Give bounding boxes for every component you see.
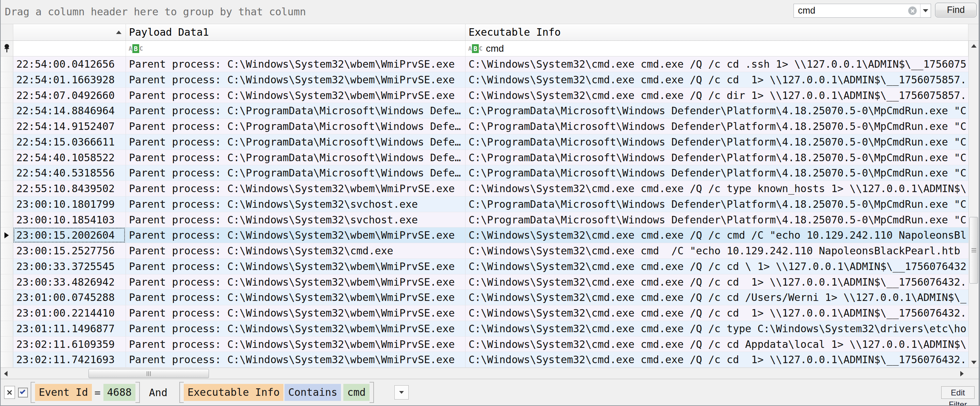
edit-filter-button[interactable]: Edit Filter bbox=[941, 386, 975, 399]
cell-timestamp[interactable]: 23:00:15.2527756 bbox=[13, 243, 126, 259]
cell-timestamp[interactable]: 22:54:07.0492660 bbox=[13, 88, 126, 103]
cell-payload-data1[interactable]: Parent process: C:\Windows\System32\wbem… bbox=[126, 290, 466, 305]
horizontal-scrollbar[interactable] bbox=[1, 368, 969, 379]
cell-timestamp[interactable]: 22:54:14.8846964 bbox=[13, 103, 126, 119]
filter-enabled-checkbox[interactable] bbox=[18, 388, 28, 398]
table-row[interactable]: 23:01:00.0745288Parent process: C:\Windo… bbox=[1, 290, 969, 305]
cell-timestamp[interactable]: 23:00:10.1854103 bbox=[13, 212, 126, 228]
table-row[interactable]: 22:54:40.1058522Parent process: C:\Progr… bbox=[1, 150, 969, 166]
cell-timestamp[interactable]: 23:02:11.7421693 bbox=[13, 352, 126, 368]
table-row[interactable]: 22:54:15.0366611Parent process: C:\Progr… bbox=[1, 134, 969, 150]
cell-timestamp[interactable]: 22:54:01.1663928 bbox=[13, 72, 126, 88]
cell-timestamp[interactable]: 23:01:00.0745288 bbox=[13, 290, 126, 305]
cell-timestamp[interactable]: 23:01:11.1496877 bbox=[13, 321, 126, 337]
filter-cell-d[interactable] bbox=[13, 41, 126, 56]
cell-executable-info[interactable]: C:\Windows\System32\cmd.exe cmd.exe /Q /… bbox=[466, 72, 969, 88]
cell-executable-info[interactable]: C:\Windows\System32\cmd.exe cmd.exe /Q /… bbox=[466, 274, 969, 290]
cell-timestamp[interactable]: 22:54:00.0412656 bbox=[13, 56, 126, 72]
cell-payload-data1[interactable]: Parent process: C:\Windows\System32\svch… bbox=[126, 212, 466, 228]
cell-executable-info[interactable]: C:\Windows\System32\cmd.exe cmd.exe /Q /… bbox=[466, 321, 969, 337]
cell-payload-data1[interactable]: Parent process: C:\Windows\System32\wbem… bbox=[126, 181, 466, 197]
cell-payload-data1[interactable]: Parent process: C:\Windows\System32\wbem… bbox=[126, 88, 466, 103]
cell-timestamp[interactable]: 23:00:10.1801799 bbox=[13, 197, 126, 212]
table-row[interactable]: 23:02:11.7421693Parent process: C:\Windo… bbox=[1, 352, 969, 368]
cell-executable-info[interactable]: C:\ProgramData\Microsoft\Windows Defende… bbox=[466, 150, 969, 166]
cell-payload-data1[interactable]: Parent process: C:\Windows\System32\wbem… bbox=[126, 56, 466, 72]
cell-executable-info[interactable]: C:\Windows\System32\cmd.exe cmd.exe /Q /… bbox=[466, 352, 969, 368]
column-header-d[interactable]: d bbox=[13, 24, 126, 41]
cell-executable-info[interactable]: C:\Windows\System32\cmd.exe cmd.exe /Q /… bbox=[466, 305, 969, 321]
cell-executable-info[interactable]: C:\Windows\System32\cmd.exe cmd /C "echo… bbox=[466, 243, 969, 259]
cell-executable-info[interactable]: C:\Windows\System32\cmd.exe cmd.exe /Q /… bbox=[466, 88, 969, 103]
search-value[interactable]: cmd bbox=[794, 5, 908, 16]
cell-payload-data1[interactable]: Parent process: C:\Windows\System32\svch… bbox=[126, 197, 466, 212]
search-input[interactable]: cmd bbox=[794, 4, 931, 18]
table-row[interactable]: 23:01:00.2214410Parent process: C:\Windo… bbox=[1, 305, 969, 321]
cell-payload-data1[interactable]: Parent process: C:\ProgramData\Microsoft… bbox=[126, 165, 466, 181]
table-row[interactable]: 22:54:01.1663928Parent process: C:\Windo… bbox=[1, 72, 969, 88]
filter-value-executable-info[interactable]: cmd bbox=[486, 43, 504, 54]
cell-executable-info[interactable]: C:\ProgramData\Microsoft\Windows Defende… bbox=[466, 103, 969, 119]
scroll-down-icon[interactable] bbox=[971, 361, 977, 364]
table-row[interactable]: 22:54:14.9152407Parent process: C:\Progr… bbox=[1, 119, 969, 134]
cell-timestamp[interactable]: 23:01:00.2214410 bbox=[13, 305, 126, 321]
cell-payload-data1[interactable]: Parent process: C:\ProgramData\Microsoft… bbox=[126, 119, 466, 134]
column-header-payload-data1[interactable]: Payload Data1 bbox=[126, 24, 466, 41]
horizontal-scrollbar-thumb[interactable] bbox=[89, 369, 209, 378]
table-row[interactable]: 22:55:10.8439502Parent process: C:\Windo… bbox=[1, 181, 969, 197]
cell-timestamp[interactable]: 22:54:15.0366611 bbox=[13, 134, 126, 150]
table-row[interactable]: 23:00:10.1854103Parent process: C:\Windo… bbox=[1, 212, 969, 228]
cell-payload-data1[interactable]: Parent process: C:\Windows\System32\wbem… bbox=[126, 72, 466, 88]
cell-timestamp[interactable]: 22:54:14.9152407 bbox=[13, 119, 126, 134]
cell-payload-data1[interactable]: Parent process: C:\Windows\System32\wbem… bbox=[126, 274, 466, 290]
cell-payload-data1[interactable]: Parent process: C:\Windows\System32\wbem… bbox=[126, 337, 466, 352]
scroll-left-icon[interactable] bbox=[4, 371, 8, 376]
cell-timestamp[interactable]: 23:00:33.3725545 bbox=[13, 259, 126, 274]
table-row[interactable]: 22:54:00.0412656Parent process: C:\Windo… bbox=[1, 56, 969, 72]
cell-executable-info[interactable]: C:\ProgramData\Microsoft\Windows Defende… bbox=[466, 197, 969, 212]
table-row[interactable]: 23:00:15.2527756Parent process: C:\Windo… bbox=[1, 243, 969, 259]
filter-column-chip[interactable]: Event Id bbox=[35, 384, 92, 401]
column-header-executable-info[interactable]: Executable Info bbox=[466, 24, 969, 41]
search-dropdown-button[interactable] bbox=[920, 4, 931, 17]
clear-search-icon[interactable] bbox=[908, 6, 917, 15]
table-row[interactable]: 23:00:33.4826942Parent process: C:\Windo… bbox=[1, 274, 969, 290]
filter-conjunction[interactable]: And bbox=[149, 387, 167, 398]
cell-timestamp[interactable]: 23:02:11.6109359 bbox=[13, 337, 126, 352]
table-row[interactable]: 22:54:14.8846964Parent process: C:\Progr… bbox=[1, 103, 969, 119]
cell-executable-info[interactable]: C:\ProgramData\Microsoft\Windows Defende… bbox=[466, 165, 969, 181]
remove-filter-button[interactable] bbox=[4, 386, 15, 399]
cell-payload-data1[interactable]: Parent process: C:\Windows\System32\wbem… bbox=[126, 259, 466, 274]
cell-payload-data1[interactable]: Parent process: C:\Windows\System32\wbem… bbox=[126, 352, 466, 368]
cell-timestamp[interactable]: 22:54:40.1058522 bbox=[13, 150, 126, 166]
cell-executable-info[interactable]: C:\ProgramData\Microsoft\Windows Defende… bbox=[466, 134, 969, 150]
cell-executable-info[interactable]: C:\Windows\System32\cmd.exe cmd.exe /Q /… bbox=[466, 56, 969, 72]
filter-cell-executable-info[interactable]: ABC cmd bbox=[466, 41, 969, 56]
find-button[interactable]: Find bbox=[935, 3, 977, 17]
table-row[interactable]: 23:00:33.3725545Parent process: C:\Windo… bbox=[1, 259, 969, 274]
scroll-up-icon[interactable] bbox=[971, 44, 977, 48]
cell-timestamp[interactable]: 23:00:33.4826942 bbox=[13, 274, 126, 290]
cell-executable-info[interactable]: C:\Windows\System32\cmd.exe cmd.exe /Q /… bbox=[466, 259, 969, 274]
cell-executable-info[interactable]: C:\Windows\System32\cmd.exe cmd.exe /Q /… bbox=[466, 290, 969, 305]
cell-executable-info[interactable]: C:\Windows\System32\cmd.exe cmd.exe /Q /… bbox=[466, 337, 969, 352]
filter-value-chip[interactable]: cmd bbox=[343, 384, 369, 401]
cell-executable-info[interactable]: C:\Windows\System32\cmd.exe cmd.exe /Q /… bbox=[466, 227, 969, 243]
cell-executable-info[interactable]: C:\Windows\System32\cmd.exe cmd.exe /Q /… bbox=[466, 181, 969, 197]
table-row[interactable]: 23:01:11.1496877Parent process: C:\Windo… bbox=[1, 321, 969, 337]
filter-history-dropdown-button[interactable] bbox=[395, 385, 409, 400]
table-row[interactable]: 22:54:07.0492660Parent process: C:\Windo… bbox=[1, 88, 969, 103]
cell-payload-data1[interactable]: Parent process: C:\Windows\System32\wbem… bbox=[126, 227, 466, 243]
table-row[interactable]: 23:02:11.6109359Parent process: C:\Windo… bbox=[1, 337, 969, 352]
cell-payload-data1[interactable]: Parent process: C:\Windows\System32\cmd.… bbox=[126, 243, 466, 259]
cell-payload-data1[interactable]: Parent process: C:\Windows\System32\wbem… bbox=[126, 305, 466, 321]
cell-timestamp[interactable]: 22:54:40.5318556 bbox=[13, 165, 126, 181]
vertical-scrollbar[interactable] bbox=[969, 41, 978, 368]
cell-executable-info[interactable]: C:\ProgramData\Microsoft\Windows Defende… bbox=[466, 212, 969, 228]
vertical-scrollbar-thumb[interactable] bbox=[969, 217, 978, 284]
cell-payload-data1[interactable]: Parent process: C:\Windows\System32\wbem… bbox=[126, 321, 466, 337]
table-row[interactable]: 22:54:40.5318556Parent process: C:\Progr… bbox=[1, 165, 969, 181]
filter-operator-chip[interactable]: Contains bbox=[285, 384, 341, 401]
scroll-right-icon[interactable] bbox=[960, 371, 964, 376]
table-row[interactable]: 23:00:15.2002604Parent process: C:\Windo… bbox=[1, 227, 969, 243]
